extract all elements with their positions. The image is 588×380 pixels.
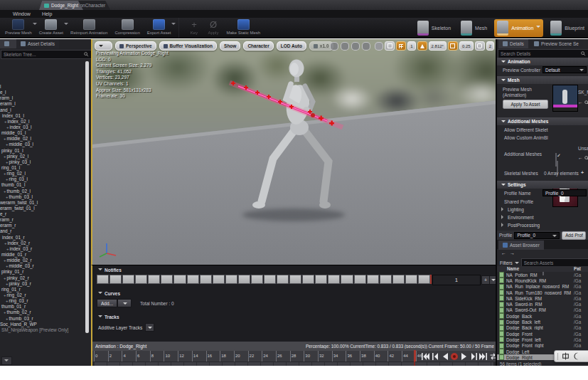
notify-track-segment[interactable]	[354, 275, 366, 284]
skeleton-bone-row[interactable]: + index_03_r	[0, 246, 85, 252]
notify-track-segment[interactable]	[380, 275, 392, 284]
skeleton-bone-row[interactable]: + index_02_l	[0, 119, 85, 125]
skeleton-bone-row[interactable]: + middle_02_r	[0, 258, 85, 263]
transform-tool-icon[interactable]	[330, 42, 338, 51]
asset-row[interactable]: Dodge_Front /Ga	[497, 331, 588, 337]
rotation-snap-value[interactable]: 2.812°	[429, 41, 447, 51]
skeleton-bone-row[interactable]: + middle_02_l	[0, 136, 85, 142]
notify-track-segment[interactable]	[161, 275, 173, 284]
transform-tool-icon[interactable]	[341, 42, 349, 51]
profile-name-field[interactable]: Profile_0	[542, 189, 587, 196]
toolbar-button[interactable]: Export Asset	[144, 18, 175, 38]
skeleton-bone-row[interactable]: + e_l	[0, 90, 85, 95]
notify-track-segment[interactable]	[251, 275, 263, 284]
skeleton-bone-row[interactable]: + thumb_01_l	[0, 182, 85, 188]
notify-track-segment[interactable]	[277, 275, 289, 284]
mesh-section-header[interactable]: Mesh	[497, 76, 588, 84]
add-profile-button[interactable]: Add Prof	[562, 231, 586, 240]
scale-snap-value[interactable]: 0.25	[459, 41, 474, 51]
filters-button[interactable]: Filters	[500, 260, 513, 265]
skeleton-bone-row[interactable]: + middle_03_l	[0, 142, 85, 147]
viewport-toolbar-button[interactable]: Perspective	[115, 41, 156, 51]
skeleton-bone-row[interactable]: + middle_03_r	[0, 263, 85, 269]
notify-track-segment[interactable]	[109, 275, 122, 284]
skeleton-bone-row[interactable]: + ring_01_r	[0, 287, 85, 292]
play-reverse-button[interactable]	[441, 352, 449, 361]
mode-caret-icon[interactable]	[536, 26, 540, 30]
skeleton-bone-row[interactable]: + middle_01_l	[0, 130, 85, 136]
add-curve-button[interactable]: Add...	[97, 299, 117, 307]
column-header-path[interactable]: Pat	[574, 266, 588, 272]
skeleton-bone-row[interactable]: + erarm_r	[0, 223, 85, 228]
toolbar-button[interactable]: Make Static Mesh	[223, 18, 264, 38]
timeline-scrubber[interactable]	[414, 350, 416, 361]
skeleton-bone-row[interactable]: + werarm_twist_01_l	[0, 200, 85, 206]
use-selected-icon[interactable]: ←	[578, 100, 583, 105]
skeleton-bone-row[interactable]: + index_03_l	[0, 125, 85, 130]
toolbar-button[interactable]: Compression	[111, 18, 143, 38]
curves-section-header[interactable]: Curves	[98, 291, 120, 296]
asset-row[interactable]: NA_RoundKick_RM /Ga	[497, 278, 588, 283]
notify-track-segment[interactable]	[405, 275, 417, 284]
step-back-button[interactable]	[431, 352, 439, 361]
asset-row[interactable]: NA_SideKick_RM /Ga	[497, 295, 588, 301]
half-width-moon-icon[interactable]	[573, 352, 581, 360]
skeleton-bone-row[interactable]: + SM_NinjaWeapon [Preview Only]	[0, 327, 85, 333]
apply-to-asset-button[interactable]: Apply To Asset	[503, 100, 548, 109]
notify-track-segment[interactable]	[418, 275, 430, 284]
viewport-toolbar-button[interactable]: Buffer Visualization	[159, 41, 218, 51]
skeleton-tree-search-input[interactable]: Skeleton Tree...	[1, 50, 92, 59]
skeleton-bone-row[interactable]: + thumb_01_r	[0, 304, 85, 310]
back-icon[interactable]: ←	[501, 250, 506, 255]
notify-track-segment[interactable]	[367, 275, 379, 284]
notify-track-segment[interactable]	[392, 275, 405, 284]
world-coordinate-icon[interactable]	[375, 42, 383, 51]
grid-snap-icon[interactable]	[396, 41, 406, 51]
skeleton-bone-row[interactable]: + ring_01_l	[0, 165, 85, 171]
skeleton-bone-row[interactable]: + thumb_03_r	[0, 316, 85, 322]
add-array-element-icon[interactable]: +	[581, 170, 584, 175]
dropdown-caret-icon[interactable]	[171, 23, 176, 27]
skeleton-bone-row[interactable]: + thumb_02_r	[0, 310, 85, 315]
rotation-snap-icon[interactable]	[417, 41, 427, 51]
details-panel-tab[interactable]: Preview Scene Se	[530, 39, 583, 48]
preview-controller-dropdown[interactable]: Default	[542, 66, 587, 73]
toolbar-button[interactable]: Create Asset	[36, 18, 67, 38]
step-forward-button[interactable]	[470, 352, 478, 361]
skeleton-bone-row[interactable]: + index_01_r	[0, 235, 85, 241]
tab-asset-browser[interactable]: Asset Browser	[498, 241, 544, 250]
editor-mode-button[interactable]: Mesh	[458, 19, 490, 37]
skeleton-bone-row[interactable]: + pinky_03_l	[0, 159, 85, 165]
camera-speed-value[interactable]: 2	[486, 41, 494, 51]
asset-row[interactable]: Dodge_Front_right /Ga	[497, 343, 588, 349]
asset-row[interactable]: Dodge_Front_left /Ga	[497, 337, 588, 342]
menu-item[interactable]: Window	[13, 11, 31, 16]
asset-row[interactable]: NA_Run_Inplace_nosword_RM /Ga	[497, 284, 588, 290]
chinese-input-icon[interactable]	[562, 352, 570, 360]
asset-row[interactable]: NA_Potion_RM /Ga	[497, 272, 588, 278]
skeleton-bone-row[interactable]: + index_02_r	[0, 241, 85, 246]
notifies-section-header[interactable]: Notifies	[98, 268, 122, 273]
skeleton-bone-row[interactable]: + pinky_02_r	[0, 275, 85, 281]
skeleton-bone-row[interactable]: + thumb_03_l	[0, 194, 85, 200]
details-panel-tab[interactable]: Details	[498, 39, 528, 48]
tracks-section-header[interactable]: Tracks	[98, 315, 119, 320]
record-button[interactable]	[450, 352, 459, 361]
notify-track-segment[interactable]	[328, 275, 340, 284]
notify-track-segment[interactable]	[200, 275, 212, 284]
viewport-options-dropdown[interactable]	[95, 41, 112, 51]
skeleton-bone-row[interactable]: + pinky_01_r	[0, 270, 85, 275]
notify-track-segment[interactable]	[289, 275, 301, 284]
surface-snap-icon[interactable]	[385, 41, 395, 51]
skeleton-bone-row[interactable]: + ring_02_l	[0, 171, 85, 176]
toolbar-button[interactable]: + Key	[178, 18, 203, 38]
editor-mode-button[interactable]: Animation	[494, 19, 543, 37]
viewport-toolbar-button[interactable]: LOD Auto	[277, 41, 306, 51]
skeleton-bone-row[interactable]: + pinky_03_r	[0, 281, 85, 287]
skeleton-bone-row[interactable]: + erarm_twist_01_l	[0, 206, 85, 211]
transform-tool-icon[interactable]	[362, 42, 370, 51]
skeleton-tree-scrollbar[interactable]	[85, 61, 89, 333]
environment-section-row[interactable]: Environment	[501, 215, 534, 220]
skeleton-bone-row[interactable]: + Soc_Hand_R_WP	[0, 322, 85, 327]
asset-row[interactable]: Dodge_Back /Ga	[497, 313, 588, 319]
